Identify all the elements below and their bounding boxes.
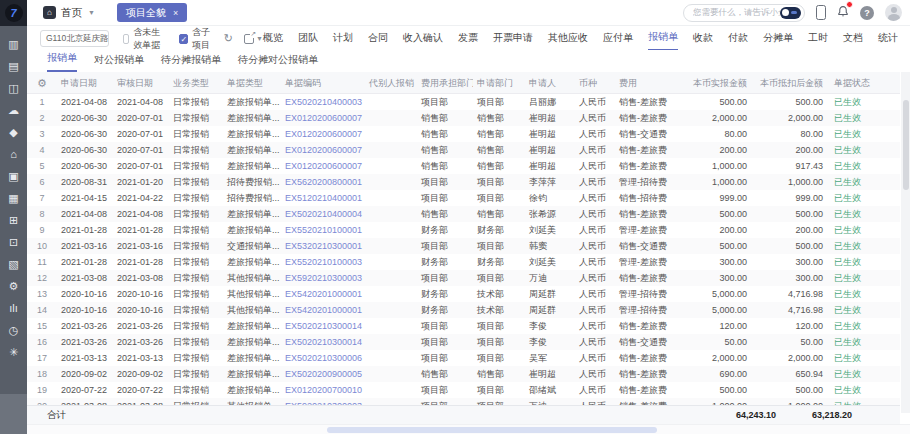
- invoice-icon[interactable]: ⊡: [0, 236, 27, 249]
- ledger-icon[interactable]: ◫: [0, 82, 27, 95]
- cloud-sync-icon[interactable]: ☁: [0, 104, 27, 117]
- doc-number-link[interactable]: EX5020210400004: [281, 206, 365, 222]
- table-cell: 财务部: [417, 286, 473, 302]
- table-row[interactable]: 32020-06-302020-07-01日常报销差旅报销单...EX01202…: [27, 126, 900, 142]
- horizontal-scrollbar[interactable]: [27, 424, 910, 434]
- nav-item-计划[interactable]: 计划: [333, 27, 353, 50]
- mobile-app-icon[interactable]: [816, 5, 826, 20]
- table-row[interactable]: 132020-10-162020-10-16日常报销其他报销单...EX5420…: [27, 286, 900, 302]
- notifications-button[interactable]: [837, 4, 849, 22]
- table-row[interactable]: 12021-04-082021-04-08日常报销差旅报销单...EX50202…: [27, 94, 900, 110]
- doc-number-link[interactable]: EX5520210100001: [281, 222, 365, 238]
- global-search-input[interactable]: 您需要什么，请告诉小企: [683, 4, 805, 22]
- doc-number-link[interactable]: EX0120200600007: [281, 126, 365, 142]
- horizontal-scrollbar-thumb[interactable]: [327, 427, 657, 433]
- nav-item-文档[interactable]: 文档: [843, 27, 863, 50]
- nav-item-付款[interactable]: 付款: [728, 27, 748, 50]
- nav-item-概览[interactable]: 概览: [263, 27, 283, 50]
- nav-item-开票申请[interactable]: 开票申请: [493, 27, 533, 50]
- table-row[interactable]: 82021-04-082021-04-08日常报销差旅报销单...EX50202…: [27, 206, 900, 222]
- asterisk-icon[interactable]: ✳: [0, 346, 27, 359]
- table-row[interactable]: 72021-04-152021-04-22日常报销招待费报销...EX51202…: [27, 190, 900, 206]
- chart-doc-icon[interactable]: ▧: [0, 258, 27, 271]
- doc-number-link[interactable]: EX5920210300003: [281, 270, 365, 286]
- doc-number-link[interactable]: EX5520210100003: [281, 254, 365, 270]
- project-select[interactable]: G110北京延庆路段工程造价…: [40, 30, 109, 47]
- nav-item-收入确认[interactable]: 收入确认: [403, 27, 443, 50]
- apps-grid-icon[interactable]: ⊞: [0, 214, 27, 227]
- video-icon[interactable]: ▣: [0, 170, 27, 183]
- kanban-icon[interactable]: ▥: [0, 38, 27, 51]
- doc-number-link[interactable]: EX0120200600007: [281, 158, 365, 174]
- doc-number-link[interactable]: EX5020200900005: [281, 366, 365, 382]
- table-row[interactable]: 182020-09-022020-09-02日常报销差旅报销单...EX5020…: [27, 366, 900, 382]
- table-row[interactable]: 142020-10-162020-10-16日常报销其他报销单...EX5420…: [27, 302, 900, 318]
- gear-icon[interactable]: ⚙: [0, 280, 27, 293]
- calendar-icon[interactable]: ▦: [0, 192, 27, 205]
- app-logo[interactable]: 7: [0, 0, 27, 26]
- clock-icon[interactable]: ◷: [0, 324, 27, 337]
- doc-number-link[interactable]: EX5120210400001: [281, 190, 365, 206]
- checkbox-include-pending[interactable]: 含未生效单据: [123, 26, 166, 52]
- subtab-待分摊对公报销单[interactable]: 待分摊对公报销单: [238, 53, 318, 72]
- export-button[interactable]: ▼: [244, 34, 263, 44]
- nav-item-收款[interactable]: 收款: [693, 27, 713, 50]
- vertical-scrollbar[interactable]: [901, 72, 910, 413]
- nav-item-其他应收[interactable]: 其他应收: [548, 27, 588, 50]
- table-row[interactable]: 42020-06-302020-07-01日常报销差旅报销单...EX01202…: [27, 142, 900, 158]
- subtab-报销单[interactable]: 报销单: [47, 51, 77, 72]
- table-row[interactable]: 192020-07-222020-07-22日常报销差旅报销单...EX0120…: [27, 382, 900, 398]
- report-icon[interactable]: ▤: [0, 60, 27, 73]
- nav-item-工时[interactable]: 工时: [808, 27, 828, 50]
- tab-project-overview[interactable]: 项目全貌 ×: [117, 3, 187, 22]
- user-avatar[interactable]: [885, 4, 902, 21]
- nav-item-分摊单[interactable]: 分摊单: [763, 27, 793, 50]
- refresh-icon[interactable]: ↻: [224, 33, 233, 44]
- doc-number-link[interactable]: EX5020210300014: [281, 334, 365, 350]
- doc-number-link[interactable]: EX5020210300006: [281, 350, 365, 366]
- doc-number-link[interactable]: EX5320210300001: [281, 238, 365, 254]
- ai-assistant-toggle[interactable]: [780, 7, 801, 19]
- doc-number-link[interactable]: EX5020210300014: [281, 318, 365, 334]
- help-button[interactable]: ?: [860, 6, 874, 20]
- table-row[interactable]: 22020-06-302020-07-01日常报销差旅报销单...EX01202…: [27, 110, 900, 126]
- doc-number-link[interactable]: EX5620200800001: [281, 174, 365, 190]
- doc-number-link[interactable]: EX0120200600007: [281, 110, 365, 126]
- close-icon[interactable]: ×: [173, 8, 178, 18]
- table-row[interactable]: 62020-08-312021-01-20日常报销招待费报销...EX56202…: [27, 174, 900, 190]
- nav-item-应付单[interactable]: 应付单: [603, 27, 633, 50]
- table-row[interactable]: 102021-03-162021-03-16日常报销交通报销单...EX5320…: [27, 238, 900, 254]
- nav-item-统计[interactable]: 统计: [878, 27, 898, 50]
- table-row[interactable]: 52020-06-302020-07-01日常报销差旅报销单...EX01202…: [27, 158, 900, 174]
- doc-number-link[interactable]: EX0120200600007: [281, 142, 365, 158]
- checkbox-include-subprojects[interactable]: ✓ 含子项目: [179, 26, 210, 52]
- shield-icon[interactable]: ◆: [0, 126, 27, 139]
- nav-item-报销单[interactable]: 报销单: [648, 26, 678, 51]
- doc-number-link[interactable]: EX5020210400003: [281, 94, 365, 110]
- bar-chart-icon[interactable]: ılı: [0, 302, 27, 315]
- doc-number-link[interactable]: EX5420201000001: [281, 302, 365, 318]
- subtab-待分摊报销单[interactable]: 待分摊报销单: [161, 53, 221, 72]
- subtab-对公报销单[interactable]: 对公报销单: [94, 53, 144, 72]
- table-row[interactable]: 172021-03-132021-03-13日常报销差旅报销单...EX5020…: [27, 350, 900, 366]
- table-cell: 18: [27, 366, 57, 382]
- table-row[interactable]: 152021-03-262021-03-26日常报销差旅报销单...EX5020…: [27, 318, 900, 334]
- home-menu[interactable]: ⌂ 首页 ▼: [43, 6, 95, 20]
- table-row[interactable]: 202021-03-082021-03-08日常报销其他报销单...EX5920…: [27, 398, 900, 405]
- table-row[interactable]: 92021-01-282021-01-28日常报销差旅报销单...EX55202…: [27, 222, 900, 238]
- doc-number-link[interactable]: EX0120200700010: [281, 382, 365, 398]
- doc-number-link[interactable]: EX5420201000001: [281, 286, 365, 302]
- briefcase-icon[interactable]: ⌂: [0, 148, 27, 161]
- table-cell: 2021-04-08: [57, 206, 113, 222]
- table-cell: 2021-03-16: [113, 238, 169, 254]
- table-row[interactable]: 112021-01-282021-01-28日常报销差旅报销单...EX5520…: [27, 254, 900, 270]
- table-row[interactable]: 162021-03-262021-03-26日常报销差旅报销单...EX5020…: [27, 334, 900, 350]
- nav-item-发票[interactable]: 发票: [458, 27, 478, 50]
- column-settings-gear-icon[interactable]: ⚙: [27, 72, 57, 94]
- status-badge: 已生效: [827, 398, 871, 405]
- nav-item-团队[interactable]: 团队: [298, 27, 318, 50]
- table-row[interactable]: 122021-03-082021-03-08日常报销其他报销单...EX5920…: [27, 270, 900, 286]
- vertical-scrollbar-thumb[interactable]: [903, 100, 909, 190]
- nav-item-合同[interactable]: 合同: [368, 27, 388, 50]
- doc-number-link[interactable]: EX5920210300003: [281, 398, 365, 405]
